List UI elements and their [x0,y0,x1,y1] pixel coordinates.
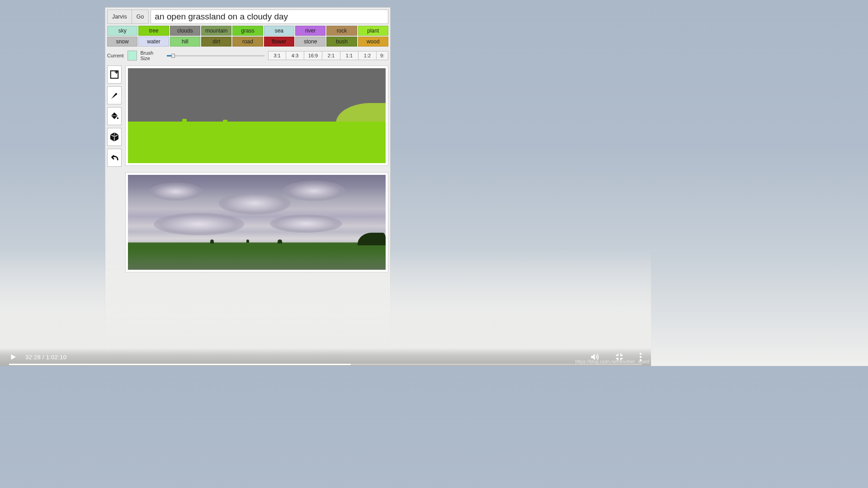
main-area: ??? [105,63,390,275]
random-dice-button[interactable]: ??? [107,128,122,146]
swatch-sky[interactable]: sky [107,26,137,36]
swatch-mountain[interactable]: mountain [201,26,231,36]
segmentation-canvas[interactable] [128,68,386,163]
tree-small [246,239,249,243]
swatch-stone[interactable]: stone [295,37,326,47]
prompt-input[interactable] [151,9,388,24]
cloud-shape [154,213,244,235]
svg-point-8 [640,356,642,358]
swatch-river[interactable]: river [295,26,326,36]
palette-row-1: sky tree clouds mountain grass sea river… [107,26,388,36]
swatch-clouds[interactable]: clouds [170,26,200,36]
output-image [128,175,386,270]
ratio-9-x[interactable]: 9: [377,51,388,60]
new-canvas-icon [109,70,119,80]
swatch-snow[interactable]: snow [107,37,137,47]
swatch-tree[interactable]: tree [138,26,169,36]
watermark-url: https://blog.csdn.net/another_wood [576,359,649,364]
seg-region-grass [128,122,386,163]
current-label: Current [107,53,124,58]
brush-slider-fill [167,55,172,56]
swatch-wood[interactable]: wood [358,37,388,47]
output-canvas-frame [125,172,388,272]
swatch-grass[interactable]: grass [232,26,263,36]
paint-bucket-icon [109,111,119,121]
aspect-ratio-group: 3:1 4:3 16:9 2:1 1:1 1:2 9: [268,51,388,60]
seg-bump [182,119,187,122]
video-progress-played [9,364,351,365]
go-button[interactable]: Go [132,9,149,24]
video-time-display: 32:28 / 1:02:10 [25,354,66,361]
canvas-column [125,66,388,272]
jarvis-button[interactable]: Jarvis [107,9,132,24]
swatch-hill[interactable]: hill [170,37,200,47]
brush-icon [109,90,119,100]
svg-point-7 [640,353,642,355]
fill-tool-button[interactable] [107,107,122,125]
tool-column: ??? [107,66,122,272]
swatch-sea[interactable]: sea [264,26,294,36]
ratio-4-3[interactable]: 4:3 [286,51,304,60]
cloud-shape [149,183,203,201]
ratio-1-2[interactable]: 1:2 [359,51,377,60]
swatch-plant[interactable]: plant [358,26,388,36]
swatch-bush[interactable]: bush [326,37,357,47]
ratio-16-9[interactable]: 16:9 [304,51,322,60]
play-icon [9,353,17,361]
top-bar: Jarvis Go [105,8,390,24]
undo-icon [109,154,119,162]
tree-cluster [358,233,386,245]
ratio-3-1[interactable]: 3:1 [268,51,286,60]
cloud-shape [218,192,291,215]
swatch-water[interactable]: water [138,37,169,47]
undo-button[interactable] [107,149,122,167]
seg-bump [223,120,227,122]
segmentation-canvas-frame [125,66,388,166]
tree-small [210,239,214,244]
swatch-rock[interactable]: rock [326,26,357,36]
swatch-dirt[interactable]: dirt [201,37,231,47]
video-progress-bar[interactable] [9,364,642,365]
new-canvas-button[interactable] [107,66,122,84]
play-button[interactable] [9,353,17,361]
palette-row-2: snow water hill dirt road flower stone b… [107,37,388,47]
controls-row: Current Brush Size 3:1 4:3 16:9 2:1 1:1 … [105,47,390,63]
cloud-shape [270,215,342,233]
ratio-2-1[interactable]: 2:1 [322,51,340,60]
tree-small [278,239,282,244]
palette: sky tree clouds mountain grass sea river… [105,24,390,47]
video-controls: 32:28 / 1:02:10 [0,348,651,366]
current-color-swatch[interactable] [127,51,137,61]
ratio-1-1[interactable]: 1:1 [340,51,359,60]
brush-size-label: Brush Size [141,50,163,61]
brush-size-slider[interactable] [167,55,264,56]
app-window: Jarvis Go sky tree clouds mountain grass… [105,7,391,355]
svg-point-3 [117,117,119,119]
seg-region-hill [336,103,386,123]
brush-slider-thumb[interactable] [171,54,175,58]
swatch-road[interactable]: road [232,37,263,47]
brush-tool-button[interactable] [107,86,122,104]
cloud-shape [283,181,346,201]
swatch-flower[interactable]: flower [264,37,294,47]
dice-icon: ??? [109,131,120,142]
